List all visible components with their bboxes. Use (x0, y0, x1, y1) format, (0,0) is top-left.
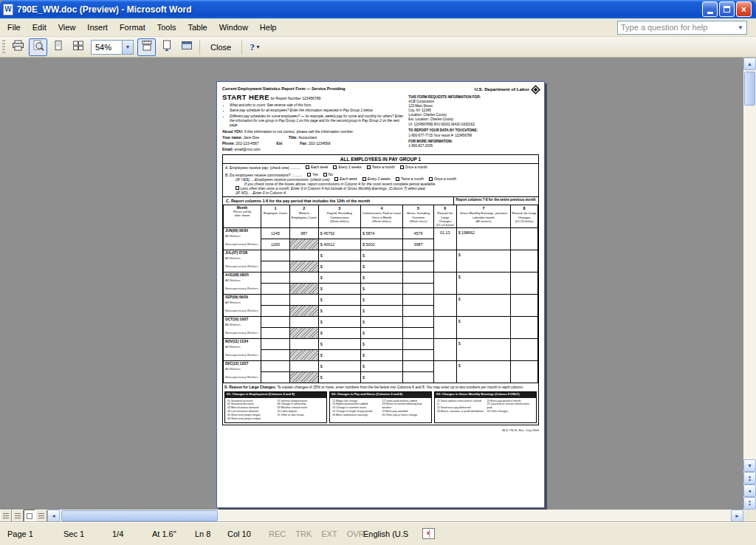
checkbox-icon[interactable] (400, 165, 404, 169)
horizontal-scrollbar[interactable]: ◄ ► (0, 510, 743, 522)
commission-frequency-option[interactable]: Every 2 weeks (362, 177, 391, 181)
menu-format[interactable]: Format (114, 20, 151, 35)
month-cell[interactable]: JUL(07) 07/28All WorkersNonsupervisory W… (224, 250, 261, 272)
status-flag[interactable]: OVR (347, 529, 365, 538)
month-cell[interactable]: DEC(12) 12/27All WorkersNonsupervisory W… (224, 360, 261, 383)
data-cell[interactable]: 987 (289, 227, 318, 239)
normal-view-button[interactable] (0, 510, 12, 522)
reason-cell[interactable] (511, 360, 538, 383)
checkbox-icon[interactable] (362, 177, 366, 181)
data-cell[interactable] (261, 327, 290, 338)
data-cell[interactable] (289, 338, 318, 349)
data-cell[interactable]: 4579 (403, 227, 434, 239)
gross-earnings-cell[interactable]: $ (456, 294, 511, 316)
menu-window[interactable]: Window (213, 20, 254, 35)
pay-frequency-option[interactable]: Each week (306, 165, 328, 169)
data-cell[interactable] (403, 250, 434, 261)
data-cell[interactable] (261, 272, 290, 283)
data-cell[interactable]: $ (360, 272, 402, 283)
data-cell[interactable] (403, 360, 434, 371)
menu-insert[interactable]: Insert (81, 20, 114, 35)
reason-cell[interactable] (511, 316, 538, 338)
data-cell[interactable] (403, 272, 434, 283)
previous-page-button[interactable]: ▲▲ (743, 472, 756, 484)
one-page-button[interactable] (49, 38, 67, 56)
month-cell[interactable]: OCT(10) 10/27All WorkersNonsupervisory W… (224, 316, 261, 338)
data-cell[interactable] (289, 349, 318, 360)
month-cell[interactable]: NOV(11) 11/24All WorkersNonsupervisory W… (224, 338, 261, 360)
data-cell[interactable]: $ (360, 294, 402, 305)
data-cell[interactable]: $ (318, 294, 360, 305)
document-area[interactable]: Current Employment Statistics Report For… (0, 58, 743, 510)
reason-cell[interactable]: 01,13 (433, 227, 456, 250)
status-flag[interactable]: TRK (295, 529, 312, 538)
data-cell[interactable] (289, 305, 318, 316)
commissions-yn-option[interactable]: Yes (307, 173, 318, 176)
data-cell[interactable]: $ (318, 327, 360, 338)
data-cell[interactable] (289, 250, 318, 261)
checkbox-icon[interactable] (429, 177, 433, 181)
data-cell[interactable] (403, 305, 434, 316)
data-cell[interactable]: 3987 (403, 239, 434, 250)
reason-cell[interactable] (511, 250, 538, 272)
minimize-button[interactable] (702, 1, 718, 17)
data-cell[interactable]: $ (360, 316, 402, 327)
data-cell[interactable]: $ 5002 (360, 239, 402, 250)
data-cell[interactable]: $ (360, 349, 402, 360)
menu-table[interactable]: Table (182, 20, 213, 35)
document-page[interactable]: Current Employment Statistics Report For… (216, 81, 545, 508)
status-flag[interactable]: REC (269, 529, 286, 538)
close-button[interactable]: × (736, 1, 752, 17)
checkbox-icon[interactable] (306, 165, 309, 169)
data-cell[interactable] (403, 294, 434, 305)
data-cell[interactable]: $ (318, 261, 360, 272)
data-cell[interactable] (261, 349, 290, 360)
data-cell[interactable] (261, 305, 290, 316)
reason-cell[interactable] (433, 360, 456, 383)
reason-cell[interactable] (433, 250, 456, 272)
reason-cell[interactable] (433, 272, 456, 294)
multiple-pages-button[interactable] (69, 38, 87, 56)
data-cell[interactable] (403, 338, 434, 349)
gross-earnings-cell[interactable]: $ (456, 338, 511, 360)
select-browse-object-button[interactable]: ● (743, 484, 756, 497)
data-cell[interactable]: $ (360, 327, 402, 338)
checkbox-icon[interactable] (236, 186, 239, 190)
data-cell[interactable] (261, 250, 290, 261)
month-cell[interactable]: JUN(06) 06/30All WorkersNonsupervisory W… (224, 227, 261, 250)
data-cell[interactable] (403, 316, 434, 327)
data-cell[interactable]: $ (318, 349, 360, 360)
checkbox-icon[interactable] (307, 173, 311, 176)
reason-cell[interactable] (511, 338, 538, 360)
spelling-status-icon[interactable]: × (422, 528, 435, 539)
data-cell[interactable]: $ (318, 283, 360, 294)
checkbox-icon[interactable] (333, 165, 337, 169)
help-question-box[interactable]: Type a question for help ▼ (617, 21, 747, 35)
data-cell[interactable] (289, 272, 318, 283)
checkbox-icon[interactable] (367, 165, 371, 169)
data-cell[interactable] (403, 261, 434, 272)
data-cell[interactable]: $ (318, 305, 360, 316)
scroll-down-button[interactable]: ▼ (743, 459, 756, 472)
status-mode-flags[interactable]: RECTRKEXTOVR (269, 529, 364, 538)
next-page-button[interactable]: ▼▼ (743, 497, 756, 510)
horizontal-scroll-track[interactable] (60, 510, 731, 522)
menu-file[interactable]: File (1, 20, 27, 35)
data-cell[interactable]: $ 45792 (318, 227, 360, 239)
toolbar-drag-handle[interactable] (2, 40, 5, 55)
scroll-left-button[interactable]: ◄ (47, 510, 60, 522)
pay-frequency-option[interactable]: Twice a month (367, 165, 395, 169)
data-cell[interactable]: $ (360, 371, 402, 383)
data-cell[interactable] (289, 371, 318, 383)
vertical-scroll-thumb[interactable] (744, 72, 755, 106)
reason-cell[interactable] (433, 294, 456, 316)
menu-help[interactable]: Help (254, 20, 283, 35)
data-cell[interactable] (261, 371, 290, 383)
menu-edit[interactable]: Edit (27, 20, 52, 35)
menu-view[interactable]: View (52, 20, 82, 35)
commissions-yn-option[interactable]: No (323, 173, 333, 176)
menu-tools[interactable]: Tools (151, 20, 182, 35)
data-cell[interactable] (261, 294, 290, 305)
data-cell[interactable] (261, 338, 290, 349)
web-layout-view-button[interactable] (12, 510, 24, 522)
